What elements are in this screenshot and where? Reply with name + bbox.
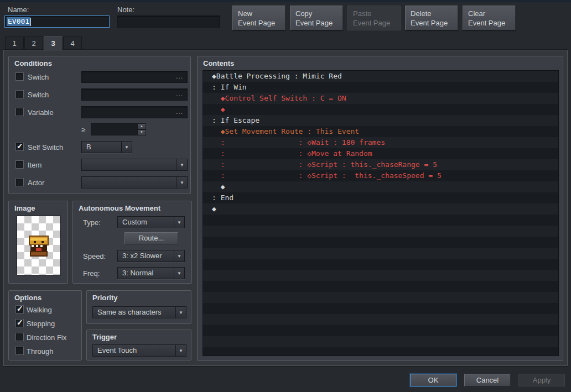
walking-label: Walking bbox=[27, 306, 52, 314]
spin-down-icon[interactable]: ▼ bbox=[137, 129, 146, 135]
event-page-panel: Conditions Switch ... Switch ... Variabl… bbox=[3, 50, 568, 366]
stepping-label: Stepping bbox=[27, 320, 55, 328]
direction-fix-checkbox[interactable] bbox=[15, 333, 24, 341]
image-group: Image bbox=[8, 201, 68, 284]
mimic-chest-sprite bbox=[26, 235, 51, 258]
priority-title: Priority bbox=[92, 294, 118, 302]
through-label: Through bbox=[27, 347, 53, 356]
event-command-row-11[interactable]: : End bbox=[203, 192, 558, 203]
dropdown-arrow-icon: ▼ bbox=[174, 250, 184, 262]
note-label: Note: bbox=[117, 6, 134, 14]
event-command-row-2[interactable]: ◆Control Self Switch : C = ON bbox=[203, 93, 558, 104]
direction-fix-label: Direction Fix bbox=[27, 333, 66, 342]
movement-type-label: Type: bbox=[83, 218, 101, 227]
combo-value: 3: Normal bbox=[122, 268, 153, 279]
variable-value-field[interactable]: ... bbox=[81, 106, 188, 118]
spin-up-icon[interactable]: ▲ bbox=[137, 123, 146, 129]
options-title: Options bbox=[14, 294, 41, 302]
name-input-selected-text: EV001 bbox=[7, 17, 30, 26]
actor-checkbox[interactable] bbox=[15, 178, 24, 186]
button-label: Event Page bbox=[353, 18, 400, 28]
button-label: Paste bbox=[353, 9, 400, 18]
variable-amount-spinner[interactable]: ▲ ▼ bbox=[91, 123, 146, 135]
conditions-group: Conditions Switch ... Switch ... Variabl… bbox=[8, 56, 191, 194]
image-title: Image bbox=[14, 204, 35, 212]
trigger-select[interactable]: Event Touch ▼ bbox=[92, 344, 186, 357]
button-label: Delete bbox=[411, 9, 458, 18]
route-button[interactable]: Route... bbox=[124, 232, 178, 244]
switch-2-label: Switch bbox=[28, 91, 49, 99]
name-label: Name: bbox=[8, 6, 29, 14]
dropdown-arrow-icon: ▼ bbox=[175, 345, 186, 356]
self-switch-select[interactable]: B ▼ bbox=[81, 141, 132, 153]
self-switch-checkbox[interactable] bbox=[15, 143, 24, 151]
event-command-row-1[interactable]: : If Win bbox=[203, 82, 558, 93]
dropdown-arrow-icon: ▼ bbox=[177, 177, 187, 188]
switch-1-value-field[interactable]: ... bbox=[81, 71, 188, 83]
tab-page-3[interactable]: 3 bbox=[44, 36, 63, 51]
event-command-row-4[interactable]: : If Escape bbox=[203, 115, 558, 126]
event-command-row-8[interactable]: : : ◇Script : this._chaseRange = 5 bbox=[203, 159, 558, 170]
conditions-title: Conditions bbox=[14, 59, 52, 67]
event-command-row-0[interactable]: ◆Battle Processing : Mimic Red bbox=[203, 71, 558, 82]
options-group: Options Walking Stepping Direction Fix T… bbox=[8, 290, 82, 360]
button-label: Event Page bbox=[468, 18, 515, 28]
variable-label: Variable bbox=[28, 108, 54, 117]
ellipsis-icon: ... bbox=[176, 72, 183, 80]
event-command-row-6[interactable]: : : ◇Wait : 180 frames bbox=[203, 137, 558, 148]
paste-event-page-button[interactable]: Paste Event Page bbox=[347, 6, 401, 30]
movement-speed-label: Speed: bbox=[83, 252, 106, 260]
window-top-edge bbox=[0, 0, 571, 2]
delete-event-page-button[interactable]: Delete Event Page bbox=[405, 6, 458, 30]
priority-group: Priority Same as characters ▼ bbox=[86, 290, 191, 324]
note-input[interactable] bbox=[117, 15, 220, 28]
clear-event-page-button[interactable]: Clear Event Page bbox=[463, 6, 516, 30]
tab-page-4[interactable]: 4 bbox=[63, 36, 82, 50]
new-event-page-button[interactable]: New Event Page bbox=[232, 6, 286, 30]
event-command-row-3[interactable]: ◆ bbox=[203, 104, 558, 115]
apply-button[interactable]: Apply bbox=[518, 374, 565, 386]
tab-page-2[interactable]: 2 bbox=[24, 36, 43, 50]
autonomous-movement-title: Autonomous Movement bbox=[79, 204, 160, 212]
switch-2-checkbox[interactable] bbox=[15, 90, 24, 98]
copy-event-page-button[interactable]: Copy Event Page bbox=[290, 6, 343, 30]
event-command-list[interactable]: ◆Battle Processing : Mimic Red : If Win … bbox=[203, 70, 559, 356]
ellipsis-icon: ... bbox=[176, 108, 183, 116]
item-label: Item bbox=[28, 161, 41, 169]
combo-value: Same as characters bbox=[97, 307, 162, 318]
event-command-row-9[interactable]: : : ◇Script : this._chaseSpeed = 5 bbox=[203, 170, 558, 181]
movement-speed-select[interactable]: 3: x2 Slower ▼ bbox=[117, 250, 185, 262]
name-input[interactable]: EV001 bbox=[4, 15, 110, 28]
trigger-group: Trigger Event Touch ▼ bbox=[86, 330, 191, 360]
item-select[interactable]: ▼ bbox=[81, 159, 188, 171]
trigger-title: Trigger bbox=[92, 333, 117, 341]
event-command-row-10[interactable]: ◆ bbox=[203, 181, 558, 192]
combo-value: 3: x2 Slower bbox=[122, 250, 162, 262]
dropdown-arrow-icon: ▼ bbox=[121, 142, 132, 153]
variable-checkbox[interactable] bbox=[15, 108, 24, 116]
event-command-row-7[interactable]: : : ◇Move at Random bbox=[203, 148, 558, 159]
item-checkbox[interactable] bbox=[15, 160, 24, 169]
switch-1-checkbox[interactable] bbox=[15, 72, 24, 81]
event-command-row-12[interactable]: ◆ bbox=[203, 203, 558, 215]
dropdown-arrow-icon: ▼ bbox=[174, 268, 184, 279]
switch-2-value-field[interactable]: ... bbox=[81, 88, 188, 101]
movement-type-select[interactable]: Custom ▼ bbox=[117, 216, 185, 228]
stepping-checkbox[interactable] bbox=[15, 319, 24, 327]
dropdown-arrow-icon: ▼ bbox=[177, 159, 187, 170]
tab-page-1[interactable]: 1 bbox=[5, 36, 24, 50]
event-image-box[interactable] bbox=[17, 216, 61, 275]
priority-select[interactable]: Same as characters ▼ bbox=[92, 306, 186, 318]
movement-freq-select[interactable]: 3: Normal ▼ bbox=[117, 267, 185, 279]
dropdown-arrow-icon: ▼ bbox=[175, 307, 186, 318]
through-checkbox[interactable] bbox=[15, 347, 24, 355]
cancel-button[interactable]: Cancel bbox=[464, 374, 511, 386]
walking-checkbox[interactable] bbox=[15, 305, 24, 313]
button-label: Event Page bbox=[238, 18, 285, 28]
ok-button[interactable]: OK bbox=[410, 374, 456, 386]
contents-group: Contents ◆Battle Processing : Mimic Red … bbox=[197, 56, 563, 361]
self-switch-label: Self Switch bbox=[28, 143, 63, 151]
actor-select[interactable]: ▼ bbox=[81, 176, 188, 189]
button-label: Copy bbox=[295, 9, 342, 18]
event-command-row-5[interactable]: ◆Set Movement Route : This Event bbox=[203, 126, 558, 137]
